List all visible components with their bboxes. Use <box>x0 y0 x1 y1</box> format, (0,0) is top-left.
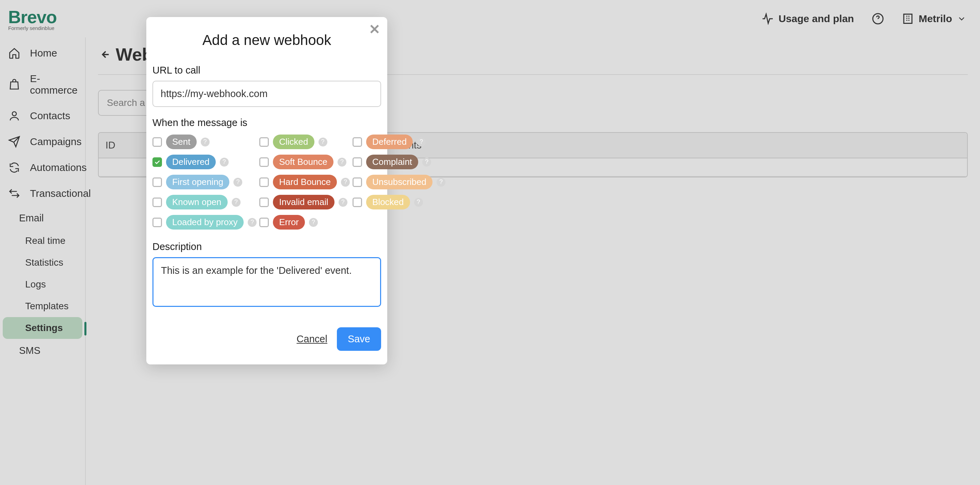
checkbox-clicked[interactable] <box>259 137 269 147</box>
event-invalid: Invalid email ? <box>259 195 350 209</box>
pill-complaint: Complaint <box>366 155 418 169</box>
help-icon[interactable]: ? <box>417 137 426 147</box>
help-icon[interactable]: ? <box>422 158 431 166</box>
event-deferred: Deferred ? <box>353 134 445 149</box>
event-sent: Sent ? <box>153 134 256 149</box>
save-button[interactable]: Save <box>337 327 381 351</box>
checkbox-softbounce[interactable] <box>259 157 269 167</box>
pill-delivered: Delivered <box>166 155 216 169</box>
description-label: Description <box>153 241 381 252</box>
checkbox-delivered[interactable] <box>153 157 162 167</box>
add-webhook-modal: ✕ Add a new webhook URL to call When the… <box>146 17 387 364</box>
pill-clicked: Clicked <box>273 134 314 149</box>
pill-invalid: Invalid email <box>273 195 334 209</box>
event-delivered: Delivered ? <box>153 155 256 169</box>
pill-softbounce: Soft Bounce <box>273 155 334 169</box>
help-icon[interactable]: ? <box>337 158 347 166</box>
pill-proxy: Loaded by proxy <box>166 215 243 230</box>
pill-hardbounce: Hard Bounce <box>273 175 337 189</box>
event-knownopen: Known open ? <box>153 195 256 209</box>
modal-overlay: ✕ Add a new webhook URL to call When the… <box>0 0 980 485</box>
checkbox-sent[interactable] <box>153 137 162 147</box>
modal-title: Add a new webhook <box>146 17 387 65</box>
checkbox-error[interactable] <box>259 218 269 227</box>
event-blocked: Blocked ? <box>353 195 445 209</box>
description-input[interactable] <box>153 257 381 307</box>
checkbox-proxy[interactable] <box>153 218 162 227</box>
checkbox-invalid[interactable] <box>259 198 269 207</box>
pill-error: Error <box>273 215 305 230</box>
pill-blocked: Blocked <box>366 195 410 209</box>
help-icon[interactable]: ? <box>437 178 445 187</box>
checkbox-blocked[interactable] <box>353 198 362 207</box>
event-proxy: Loaded by proxy ? <box>153 215 256 230</box>
help-icon[interactable]: ? <box>220 158 229 166</box>
close-icon[interactable]: ✕ <box>369 22 380 36</box>
events-grid: Sent ? Clicked ? Deferred ? Delivered ? <box>153 134 381 230</box>
event-clicked: Clicked ? <box>259 134 350 149</box>
cancel-button[interactable]: Cancel <box>297 333 327 345</box>
help-icon[interactable]: ? <box>309 218 318 227</box>
help-icon[interactable]: ? <box>318 137 327 147</box>
pill-sent: Sent <box>166 134 197 149</box>
help-icon[interactable]: ? <box>201 137 210 147</box>
event-hardbounce: Hard Bounce ? <box>259 175 350 189</box>
help-icon[interactable]: ? <box>248 218 256 227</box>
pill-deferred: Deferred <box>366 134 413 149</box>
events-label: When the message is <box>153 117 381 128</box>
help-icon[interactable]: ? <box>414 198 423 207</box>
help-icon[interactable]: ? <box>232 198 240 207</box>
help-icon[interactable]: ? <box>234 178 242 187</box>
checkbox-firstopen[interactable] <box>153 177 162 187</box>
help-icon[interactable]: ? <box>341 178 350 187</box>
pill-firstopen: First opening <box>166 175 229 189</box>
event-softbounce: Soft Bounce ? <box>259 155 350 169</box>
checkbox-unsub[interactable] <box>353 177 362 187</box>
event-complaint: Complaint ? <box>353 155 445 169</box>
help-icon[interactable]: ? <box>339 198 347 207</box>
event-error: Error ? <box>259 215 350 230</box>
checkbox-hardbounce[interactable] <box>259 177 269 187</box>
event-firstopen: First opening ? <box>153 175 256 189</box>
checkbox-knownopen[interactable] <box>153 198 162 207</box>
pill-unsub: Unsubscribed <box>366 175 433 189</box>
pill-knownopen: Known open <box>166 195 228 209</box>
url-input[interactable] <box>153 81 381 107</box>
checkbox-complaint[interactable] <box>353 157 362 167</box>
checkbox-deferred[interactable] <box>353 137 362 147</box>
url-label: URL to call <box>153 65 381 76</box>
event-unsub: Unsubscribed ? <box>353 175 445 189</box>
